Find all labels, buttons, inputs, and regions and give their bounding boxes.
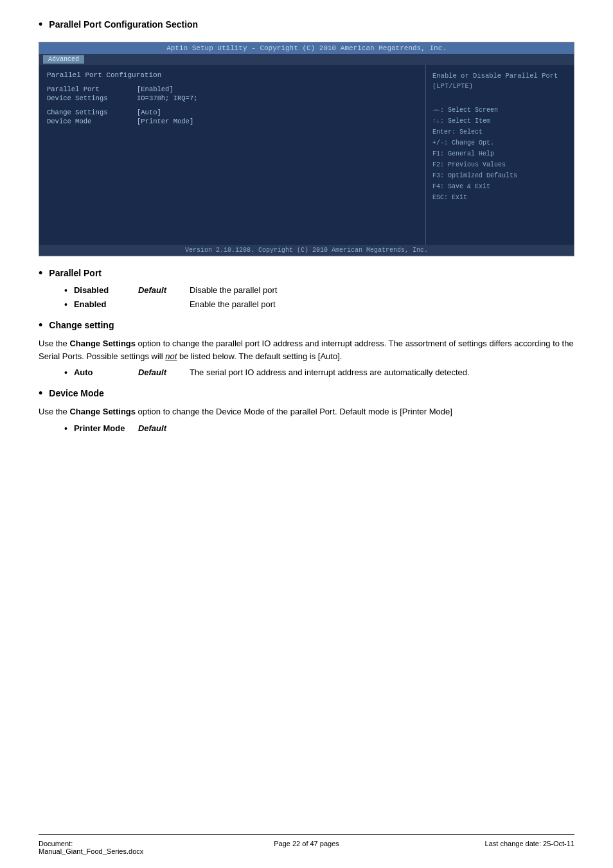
footer-document-name: Manual_Giant_Food_Series.docx [39, 847, 167, 855]
auto-sub-bullet: • [64, 368, 67, 378]
footer-page: Page 22 of 47 pages [167, 840, 446, 855]
disabled-desc: Disable the parallel port [190, 285, 574, 295]
disabled-item: • Disabled Default Disable the parallel … [64, 285, 574, 296]
parallel-port-section: • Parallel Port • Disabled Default Disab… [39, 268, 574, 310]
printer-mode-sub-bullet: • [64, 423, 67, 434]
auto-desc: The serial port IO address and interrupt… [190, 368, 574, 377]
footer-date: Last change date: 25-Oct-11 [446, 840, 574, 855]
main-content: • Parallel Port Configuration Section Ap… [39, 19, 574, 821]
bios-value-0: [Enabled] [137, 85, 173, 93]
bios-row-0: Parallel Port [Enabled] [47, 85, 418, 93]
bios-key-6: F3: Optimized Defaults [432, 170, 567, 181]
bios-key-0: →←: Select Screen [432, 105, 567, 116]
bios-section-header: Parallel Port Configuration [47, 71, 418, 79]
change-settings-bold-1: Change Settings [69, 339, 136, 348]
top-section-title: Parallel Port Configuration Section [49, 19, 198, 30]
bios-key-8: ESC: Exit [432, 192, 567, 203]
bios-right-panel: Enable or Disable Parallel Port (LPT/LPT… [426, 65, 574, 245]
bios-value-2: [Auto] [137, 109, 161, 116]
bios-key-2: Enter: Select [432, 127, 567, 137]
bios-footer: Version 2.10.1208. Copyright (C) 2010 Am… [39, 245, 574, 256]
device-mode-bullet: • Device Mode [39, 388, 574, 400]
auto-default: Default [138, 368, 190, 377]
bios-help-text: Enable or Disable Parallel Port (LPT/LPT… [432, 71, 567, 92]
top-section-bullet: • Parallel Port Configuration Section [39, 19, 574, 31]
bios-value-1: IO=378h; IRQ=7; [137, 94, 198, 102]
bios-row-2: Change Settings [Auto] [47, 109, 418, 116]
bios-screenshot: Aptio Setup Utility - Copyright (C) 2010… [39, 42, 574, 256]
change-setting-section: • Change setting Use the Change Settings… [39, 320, 574, 378]
printer-mode-default: Default [138, 423, 190, 433]
device-mode-section: • Device Mode Use the Change Settings op… [39, 388, 574, 434]
bios-key-3: +/-: Change Opt. [432, 137, 567, 148]
change-settings-bold-2: Change Settings [69, 407, 136, 416]
bios-divider-1 [47, 103, 418, 109]
change-setting-para: Use the Change Settings option to change… [39, 337, 574, 362]
bios-value-3: [Printer Mode] [137, 118, 193, 125]
bios-title-bar: Aptio Setup Utility - Copyright (C) 2010… [39, 42, 574, 54]
bios-label-2: Change Settings [47, 109, 137, 116]
footer-doc: Document: Manual_Giant_Food_Series.docx [39, 840, 167, 855]
enabled-label: Enabled [74, 299, 138, 309]
page-footer: Document: Manual_Giant_Food_Series.docx … [39, 834, 574, 855]
bios-label-0: Parallel Port [47, 85, 137, 93]
device-mode-title: Device Mode [49, 388, 104, 398]
bios-label-3: Device Mode [47, 118, 137, 125]
bios-tab-advanced[interactable]: Advanced [43, 55, 84, 64]
printer-mode-item: • Printer Mode Default [64, 423, 574, 434]
parallel-port-sub-list: • Disabled Default Disable the parallel … [64, 285, 574, 310]
enabled-item: • Enabled Enable the parallel port [64, 299, 574, 310]
bios-body: Parallel Port Configuration Parallel Por… [39, 65, 574, 245]
footer-document-label: Document: [39, 840, 167, 847]
bios-left-panel: Parallel Port Configuration Parallel Por… [39, 65, 426, 245]
enabled-desc: Enable the parallel port [190, 299, 574, 309]
device-mode-sub-list: • Printer Mode Default [64, 423, 574, 434]
bios-tab-bar: Advanced [39, 54, 574, 65]
not-italic: not [165, 351, 177, 361]
printer-mode-label: Printer Mode [74, 423, 138, 433]
bios-label-1: Device Settings [47, 94, 137, 102]
device-mode-bullet-symbol: • [39, 387, 42, 400]
disabled-sub-bullet: • [64, 285, 67, 296]
enabled-sub-bullet: • [64, 299, 67, 310]
bios-key-1: ↑↓: Select Item [432, 116, 567, 127]
disabled-label: Disabled [74, 285, 138, 295]
device-mode-para: Use the Change Settings option to change… [39, 405, 574, 418]
parallel-port-title: Parallel Port [49, 268, 102, 278]
auto-item: • Auto Default The serial port IO addres… [64, 368, 574, 378]
bios-keys: →←: Select Screen ↑↓: Select Item Enter:… [432, 105, 567, 203]
change-setting-title: Change setting [49, 320, 114, 330]
bios-key-5: F2: Previous Values [432, 159, 567, 170]
change-setting-sub-list: • Auto Default The serial port IO addres… [64, 368, 574, 378]
disabled-default: Default [138, 285, 190, 295]
bios-row-1: Device Settings IO=378h; IRQ=7; [47, 94, 418, 102]
top-bullet-symbol: • [39, 18, 42, 31]
parallel-port-bullet: • Parallel Port [39, 268, 574, 280]
change-setting-bullet: • Change setting [39, 320, 574, 332]
bios-row-3: Device Mode [Printer Mode] [47, 118, 418, 125]
page-container: • Parallel Port Configuration Section Ap… [0, 0, 613, 868]
auto-label: Auto [74, 368, 138, 377]
bios-key-4: F1: General Help [432, 148, 567, 159]
parallel-port-bullet-symbol: • [39, 267, 42, 280]
bios-key-7: F4: Save & Exit [432, 181, 567, 192]
change-setting-bullet-symbol: • [39, 319, 42, 332]
